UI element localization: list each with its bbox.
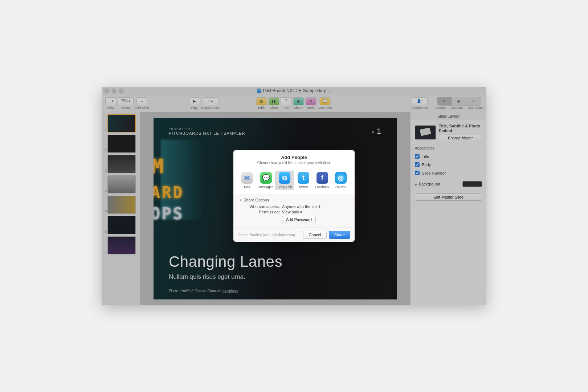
dialog-user: James Bradley (walrusjb@me.com) xyxy=(238,233,301,237)
dialog-footer: James Bradley (walrusjb@me.com) Cancel S… xyxy=(233,228,355,242)
share-options-disclosure[interactable]: Share Options xyxy=(239,198,349,202)
share-facebook[interactable]: fFacebook xyxy=(313,171,332,190)
twitter-icon: t xyxy=(298,172,309,184)
share-options-row: ✉︎Mail 💬Messages ⧉Copy Link tTwitter fFa… xyxy=(233,168,355,194)
cancel-button[interactable]: Cancel xyxy=(303,231,326,239)
access-select[interactable]: Anyone with the link▴▾ xyxy=(282,204,320,209)
dialog-subtitle: Choose how you'd like to send your invit… xyxy=(239,161,349,165)
share-messages[interactable]: 💬Messages xyxy=(257,171,275,190)
airdrop-icon: ◎ xyxy=(335,172,347,184)
permission-select[interactable]: View only▴▾ xyxy=(282,210,302,214)
mail-icon: ✉︎ xyxy=(241,172,253,184)
dialog-header: Add People Choose how you'd like to send… xyxy=(233,150,355,168)
access-label: Who can access: xyxy=(246,204,280,209)
share-button[interactable]: Share xyxy=(329,231,350,239)
add-password-button[interactable]: Add Password xyxy=(282,216,316,223)
share-twitter[interactable]: tTwitter xyxy=(294,171,313,190)
dialog-title: Add People xyxy=(239,155,349,160)
messages-icon: 💬 xyxy=(260,172,272,184)
facebook-icon: f xyxy=(317,172,328,184)
add-people-dialog: Add People Choose how you'd like to send… xyxy=(233,150,355,242)
dialog-body: Share Options Who can access: Anyone wit… xyxy=(233,194,355,228)
share-airdrop[interactable]: ◎AirDrop xyxy=(331,171,350,190)
share-mail[interactable]: ✉︎Mail xyxy=(238,171,257,190)
permission-label: Permission: xyxy=(246,210,280,214)
share-copy-link[interactable]: ⧉Copy Link xyxy=(275,171,294,190)
app-window: PitchBoardsNXT-LE-Sample.key ⌄ ☰ ▾ View … xyxy=(102,87,486,305)
copy-link-icon: ⧉ xyxy=(279,172,290,184)
